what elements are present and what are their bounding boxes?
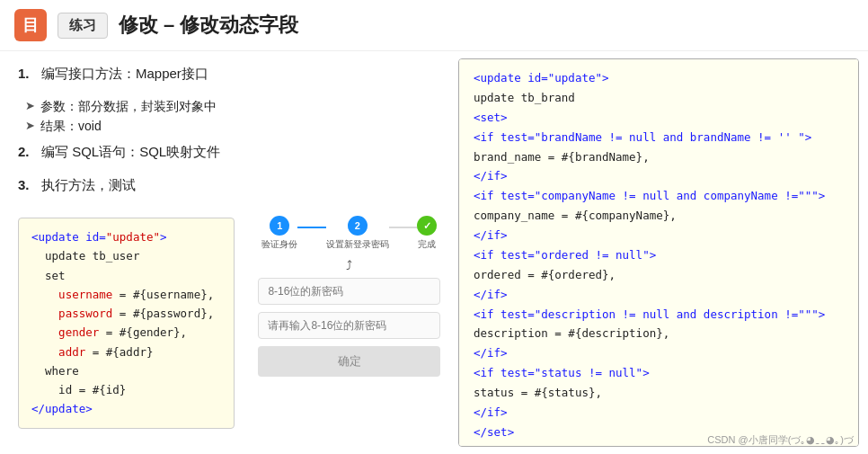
code-line: </if> — [474, 166, 844, 186]
cursor-icon: ⤴ — [346, 258, 352, 272]
progress-line-1 — [297, 227, 325, 228]
progress-line-2 — [389, 227, 417, 228]
code-line: brand_name = #{brandName}, — [474, 147, 844, 167]
left-bottom: <update id="update"> update tb_user set … — [18, 214, 440, 429]
code-line: <if test="status != null"> — [474, 363, 844, 383]
code-line: </if> — [474, 226, 844, 245]
step-circle-2: 2 — [348, 216, 368, 236]
header-tag: 练习 — [58, 13, 108, 39]
left-panel: 1. 编写接口方法：Mapper接口 ➤ 参数：部分数据，封装到对象中 ➤ 结果… — [0, 51, 458, 454]
code-line: <if test="description != null and descri… — [474, 305, 844, 325]
header: 目 练习 修改 – 修改动态字段 — [0, 0, 868, 51]
right-code-panel: <update id="update"> update tb_brand <se… — [458, 58, 859, 447]
code-line: update tb_brand — [474, 88, 844, 108]
watermark: CSDN @小唐同学(づ｡◕‿‿◕｡)づ — [707, 433, 854, 447]
code-line: </if> — [474, 285, 844, 305]
step-1: 1. 编写接口方法：Mapper接口 — [18, 66, 440, 83]
step-1-sub: ➤ 参数：部分数据，封装到对象中 ➤ 结果：void — [25, 99, 440, 135]
step-circle-3: ✓ — [417, 216, 437, 236]
code-line: description = #{description}, — [474, 324, 844, 343]
code-box-left: <update id="update"> update tb_user set … — [18, 218, 235, 429]
confirm-password-input[interactable] — [258, 312, 440, 339]
code-line: </if> — [474, 403, 844, 423]
code-line: ordered = #{ordered}, — [474, 265, 844, 285]
new-password-input[interactable] — [258, 278, 440, 305]
progress-bar: 1 验证身份 2 设置新登录密码 ✓ 完成 — [258, 216, 440, 251]
code-line: <if test="ordered != null"> — [474, 245, 844, 265]
step-2: 2. 编写 SQL语句：SQL映射文件 — [18, 144, 440, 161]
code-line: <if test="brandName != null and brandNam… — [474, 128, 844, 147]
page-title: 修改 – 修改动态字段 — [119, 12, 298, 39]
code-line: <set> — [474, 108, 844, 128]
progress-step-2: 2 设置新登录密码 — [326, 216, 389, 251]
progress-step-1: 1 验证身份 — [261, 216, 297, 251]
confirm-button[interactable]: 确定 — [258, 346, 440, 377]
step-3: 3. 执行方法，测试 — [18, 177, 440, 194]
main-content: 1. 编写接口方法：Mapper接口 ➤ 参数：部分数据，封装到对象中 ➤ 结果… — [0, 51, 868, 454]
sub-item-result: ➤ 结果：void — [25, 119, 440, 135]
sub-item-param: ➤ 参数：部分数据，封装到对象中 — [25, 99, 440, 115]
code-line: status = #{status}, — [474, 383, 844, 403]
demo-area: 1 验证身份 2 设置新登录密码 ✓ 完成 — [258, 216, 440, 429]
code-line: company_name = #{companyName}, — [474, 206, 844, 226]
header-icon: 目 — [14, 9, 47, 41]
cursor-area: ⤴ — [258, 258, 440, 272]
progress-step-3: ✓ 完成 — [417, 216, 437, 251]
step-circle-1: 1 — [270, 216, 289, 236]
code-line: <update id="update"> — [474, 68, 844, 88]
code-line: <if test="companyName != null and compan… — [474, 186, 844, 206]
code-line: </if> — [474, 343, 844, 363]
